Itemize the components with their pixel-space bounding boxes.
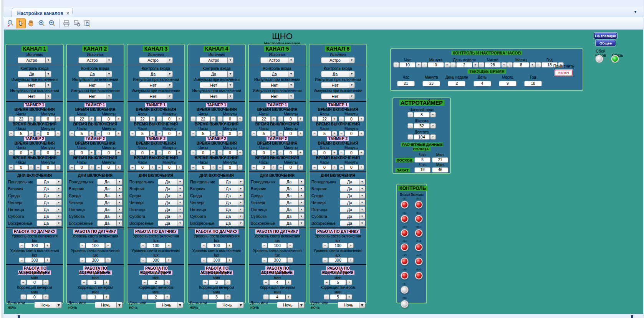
stepper-value[interactable]: 0: [344, 131, 358, 136]
pulses-on-select[interactable]: Нет ▼: [321, 82, 355, 88]
day-select[interactable]: Да ▼: [158, 186, 183, 192]
minus-button[interactable]: −: [157, 116, 162, 122]
minus-button[interactable]: −: [19, 243, 25, 248]
stepper-value[interactable]: 0: [102, 131, 116, 136]
stepper-value[interactable]: 0: [14, 165, 28, 170]
day-select[interactable]: Да ▼: [36, 199, 62, 206]
stepper-value[interactable]: 0: [284, 116, 298, 122]
day-select[interactable]: Да ▼: [279, 199, 305, 206]
plus-button[interactable]: +: [210, 165, 216, 170]
minus-button[interactable]: −: [312, 116, 317, 122]
minus-button[interactable]: −: [407, 134, 413, 140]
plus-button[interactable]: +: [298, 116, 303, 122]
stepper-value[interactable]: 104: [414, 134, 430, 140]
plus-button[interactable]: +: [45, 257, 50, 263]
day-select[interactable]: Да ▼: [158, 206, 183, 213]
day-select[interactable]: Да ▼: [158, 193, 183, 199]
day-select[interactable]: Да ▼: [219, 193, 244, 199]
stepper-value[interactable]: 5: [14, 131, 28, 136]
plus-button[interactable]: +: [177, 165, 182, 170]
minus-button[interactable]: −: [262, 243, 267, 248]
plus-button[interactable]: +: [164, 280, 170, 285]
day-night-select[interactable]: Ночь ▼: [34, 302, 62, 308]
stepper-value[interactable]: 100: [146, 243, 166, 248]
stepper-value[interactable]: 100: [207, 243, 226, 248]
minus-button[interactable]: −: [393, 62, 399, 68]
stepper-value[interactable]: 0: [162, 150, 176, 155]
plus-button[interactable]: +: [116, 116, 121, 122]
minus-button[interactable]: −: [262, 257, 267, 263]
day-select[interactable]: Да ▼: [219, 213, 244, 219]
stepper-value[interactable]: 0: [14, 150, 28, 155]
plus-button[interactable]: +: [55, 131, 61, 136]
day-select[interactable]: Да ▼: [97, 213, 123, 219]
plus-button[interactable]: +: [89, 131, 94, 136]
plus-button[interactable]: +: [530, 62, 535, 68]
plus-button[interactable]: +: [28, 131, 34, 136]
stepper-value[interactable]: 0: [284, 131, 298, 136]
minus-button[interactable]: −: [130, 165, 135, 170]
source-select[interactable]: Астро ▼: [139, 57, 173, 63]
stepper-value[interactable]: 8: [414, 112, 430, 117]
stepper-value[interactable]: 300: [207, 257, 226, 263]
minus-button[interactable]: −: [81, 280, 87, 285]
source-select[interactable]: Астро ▼: [260, 57, 294, 63]
day-select[interactable]: Да ▼: [340, 193, 365, 199]
plus-button[interactable]: +: [55, 165, 61, 170]
minus-button[interactable]: −: [69, 165, 74, 170]
plus-button[interactable]: +: [237, 131, 243, 136]
stepper-value[interactable]: 0: [318, 150, 331, 155]
minus-button[interactable]: −: [140, 257, 146, 263]
stepper-value[interactable]: 0: [136, 150, 149, 155]
minus-button[interactable]: −: [8, 150, 14, 155]
day-select[interactable]: Да ▼: [340, 179, 365, 185]
plus-button[interactable]: +: [332, 116, 337, 122]
plus-button[interactable]: +: [116, 150, 121, 155]
minus-button[interactable]: −: [157, 150, 162, 155]
plus-button[interactable]: +: [150, 116, 155, 122]
stepper-value[interactable]: 300: [86, 257, 105, 263]
pulses-on-select[interactable]: Нет ▼: [139, 82, 173, 88]
source-select[interactable]: Астро ▼: [200, 57, 233, 63]
stepper-value[interactable]: 0: [223, 165, 237, 170]
pulses-off-select[interactable]: Нет ▼: [18, 93, 51, 99]
plus-button[interactable]: +: [55, 116, 61, 122]
plus-button[interactable]: +: [28, 116, 34, 122]
day-select[interactable]: Да ▼: [340, 213, 365, 219]
minus-button[interactable]: −: [324, 294, 329, 300]
plus-button[interactable]: +: [227, 257, 232, 263]
zoom-out-icon[interactable]: [47, 18, 57, 28]
stepper-value[interactable]: 0: [102, 165, 116, 170]
plus-button[interactable]: +: [105, 257, 111, 263]
stepper-value[interactable]: 22: [75, 116, 89, 122]
minus-button[interactable]: −: [96, 131, 101, 136]
minus-button[interactable]: −: [322, 257, 328, 263]
stepper-value[interactable]: 0: [196, 150, 210, 155]
plus-button[interactable]: +: [501, 62, 507, 68]
pulses-off-select[interactable]: Нет ▼: [200, 93, 233, 99]
minus-button[interactable]: −: [96, 116, 101, 122]
minus-button[interactable]: −: [278, 165, 283, 170]
minus-button[interactable]: −: [201, 257, 207, 263]
stepper-value[interactable]: 100: [86, 243, 105, 248]
plus-button[interactable]: +: [298, 150, 303, 155]
stepper-value[interactable]: 0: [26, 294, 43, 300]
stepper-value[interactable]: 0: [257, 150, 271, 155]
day-select[interactable]: Да ▼: [158, 199, 183, 206]
stepper-value[interactable]: 100: [268, 243, 287, 248]
pulses-on-select[interactable]: Нет ▼: [260, 82, 294, 88]
input-control-select[interactable]: Да ▼: [78, 71, 112, 77]
stepper-value[interactable]: 100: [328, 243, 348, 248]
plus-button[interactable]: +: [166, 243, 172, 248]
day-select[interactable]: Да ▼: [279, 220, 305, 226]
stepper-value[interactable]: 5: [75, 131, 89, 136]
minus-button[interactable]: −: [312, 150, 317, 155]
stepper-value[interactable]: 300: [25, 257, 44, 263]
minus-button[interactable]: −: [312, 165, 317, 170]
plus-button[interactable]: +: [332, 131, 337, 136]
plus-button[interactable]: +: [298, 131, 303, 136]
stepper-value[interactable]: 0: [223, 116, 237, 122]
plus-button[interactable]: +: [210, 116, 216, 122]
plus-button[interactable]: +: [359, 150, 364, 155]
stepper-value[interactable]: 0: [344, 150, 358, 155]
